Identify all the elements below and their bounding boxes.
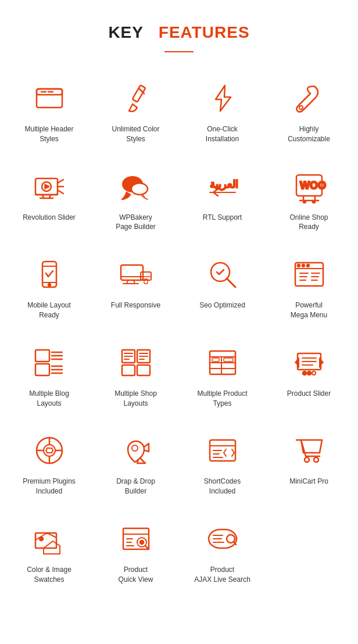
feature-product-quick-view: ProductQuick View bbox=[92, 510, 179, 593]
svg-marker-92 bbox=[46, 448, 53, 453]
svg-point-45 bbox=[298, 264, 300, 267]
megamenu-icon bbox=[289, 254, 330, 295]
feature-shortcodes-included: ShortCodesIncluded bbox=[179, 422, 266, 505]
svg-text:WOO: WOO bbox=[300, 180, 326, 191]
svg-point-47 bbox=[307, 264, 309, 267]
woo-icon: WOO bbox=[289, 166, 330, 207]
feature-label: Revolution Slider bbox=[23, 213, 76, 223]
swatches-icon bbox=[29, 518, 70, 559]
feature-label: Premium PluginsIncluded bbox=[23, 477, 76, 496]
feature-wpbakery-page-builder: WPBakeryPage Builder bbox=[92, 158, 179, 241]
svg-point-82 bbox=[312, 371, 316, 375]
feature-label: ProductAJAX Live Search bbox=[194, 565, 250, 585]
lightning-icon bbox=[202, 78, 243, 119]
feature-label: Drap & DropBuilder bbox=[116, 477, 155, 496]
feature-label: Mobile LayoutReady bbox=[27, 300, 71, 320]
feature-multiple-header-styles: Multiple HeaderStyles bbox=[6, 70, 92, 152]
svg-point-81 bbox=[307, 371, 311, 375]
svg-point-28 bbox=[313, 201, 315, 203]
svg-line-11 bbox=[58, 180, 63, 183]
quickview-icon bbox=[116, 518, 156, 559]
feature-rtl-support: العربية RTL Support bbox=[179, 158, 266, 241]
feature-label: Color & ImageSwatches bbox=[27, 565, 71, 585]
feature-label: HighlyCustomizable bbox=[288, 124, 330, 144]
feature-label: Multiple ProductTypes bbox=[197, 389, 247, 409]
svg-rect-33 bbox=[121, 265, 143, 280]
slider-icon bbox=[289, 342, 330, 383]
svg-point-46 bbox=[302, 264, 305, 267]
svg-point-32 bbox=[48, 284, 51, 286]
feature-color-image-swatches: Color & ImageSwatches bbox=[6, 510, 92, 593]
svg-point-100 bbox=[314, 457, 318, 462]
svg-rect-55 bbox=[35, 364, 49, 375]
chat-icon bbox=[116, 166, 156, 207]
video-icon bbox=[29, 166, 70, 207]
rtl-icon: العربية bbox=[202, 166, 243, 207]
feature-label: PowerfulMega Menu bbox=[291, 300, 327, 320]
page-title: KEY FEATURES bbox=[0, 0, 358, 48]
feature-revolution-slider: Revolution Slider bbox=[6, 158, 92, 241]
feature-label: Product Slider bbox=[287, 389, 331, 399]
svg-marker-10 bbox=[45, 184, 49, 189]
feature-label: Multiple HeaderStyles bbox=[24, 124, 73, 144]
feature-label: Multiple ShopLayouts bbox=[114, 389, 157, 409]
shop-icon bbox=[116, 342, 156, 383]
feature-label: ShortCodesIncluded bbox=[204, 477, 241, 496]
features-grid: Multiple HeaderStyles Unlimited ColorSty… bbox=[0, 64, 358, 599]
feature-label: Online ShopReady bbox=[289, 213, 328, 232]
svg-point-93 bbox=[132, 445, 138, 451]
feature-label: WPBakeryPage Builder bbox=[116, 213, 156, 232]
feature-full-responsive: Full Responsive bbox=[92, 246, 179, 328]
svg-point-80 bbox=[303, 371, 306, 375]
svg-text:العربية: العربية bbox=[210, 178, 238, 191]
feature-empty bbox=[266, 510, 352, 593]
svg-marker-6 bbox=[216, 85, 231, 111]
feature-label: One-ClickInstallation bbox=[206, 124, 239, 144]
feature-powerful-mega-menu: PowerfulMega Menu bbox=[266, 246, 352, 328]
feature-drag-drop-builder: Drap & DropBuilder bbox=[92, 422, 179, 505]
features-text: FEATURES bbox=[159, 23, 250, 41]
feature-one-click-installation: One-ClickInstallation bbox=[179, 70, 266, 152]
feature-label: Seo Optimized bbox=[199, 300, 245, 310]
feature-premium-plugins-included: Premium PluginsIncluded bbox=[6, 422, 92, 505]
svg-line-12 bbox=[58, 190, 63, 194]
responsive-icon bbox=[116, 254, 156, 295]
svg-point-7 bbox=[299, 106, 303, 109]
cart-icon bbox=[289, 430, 330, 471]
title-divider bbox=[164, 51, 194, 52]
svg-rect-64 bbox=[122, 365, 135, 375]
feature-label: Unlimited ColorStyles bbox=[112, 124, 159, 144]
svg-point-104 bbox=[40, 537, 43, 541]
feature-unlimited-color-styles: Unlimited ColorStyles bbox=[92, 70, 179, 152]
feature-multiple-product-types: Multiple ProductTypes bbox=[179, 334, 266, 417]
shortcodes-icon bbox=[202, 430, 243, 471]
svg-line-42 bbox=[227, 278, 235, 287]
feature-label: MiniCart Pro bbox=[289, 477, 328, 486]
key-text: KEY bbox=[108, 23, 143, 41]
feature-online-shop-ready: WOO Online ShopReady bbox=[266, 158, 352, 241]
feature-minicart-pro: MiniCart Pro bbox=[266, 422, 352, 505]
wrench-icon bbox=[289, 78, 330, 119]
plugins-icon bbox=[29, 430, 70, 471]
feature-label: Multiple BlogLayouts bbox=[29, 389, 69, 409]
mobile-icon bbox=[29, 254, 70, 295]
feature-seo-optimized: Seo Optimized bbox=[179, 246, 266, 328]
product-icon bbox=[202, 342, 243, 383]
header-icon bbox=[29, 78, 70, 119]
seo-icon bbox=[202, 254, 243, 295]
paint-icon bbox=[116, 78, 156, 119]
svg-point-112 bbox=[140, 541, 144, 544]
svg-rect-78 bbox=[224, 358, 233, 362]
svg-point-99 bbox=[305, 457, 309, 462]
feature-mobile-layout-ready: Mobile LayoutReady bbox=[6, 246, 92, 328]
feature-label: RTL Support bbox=[203, 213, 242, 223]
feature-multiple-blog-layouts: Multiple BlogLayouts bbox=[6, 334, 92, 417]
search-icon bbox=[202, 518, 243, 559]
feature-highly-customizable: HighlyCustomizable bbox=[266, 70, 352, 152]
feature-label: Full Responsive bbox=[111, 300, 160, 310]
svg-rect-54 bbox=[35, 350, 49, 362]
svg-point-27 bbox=[303, 201, 306, 203]
feature-multiple-shop-layouts: Multiple ShopLayouts bbox=[92, 334, 179, 417]
blog-icon bbox=[29, 342, 70, 383]
drag-icon bbox=[116, 430, 156, 471]
